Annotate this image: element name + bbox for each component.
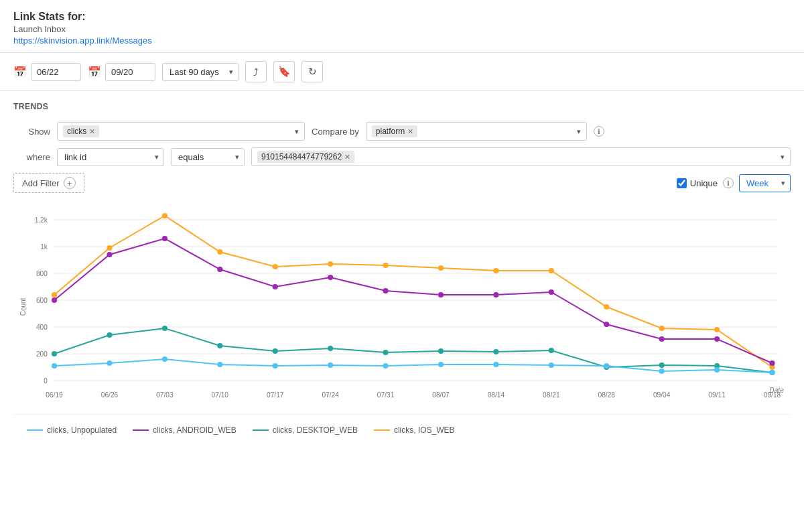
desktop-dot — [107, 332, 112, 338]
svg-text:1k: 1k — [40, 243, 48, 251]
android-dot — [217, 267, 222, 272]
calendar-icon-end: 📅 — [88, 66, 101, 78]
ios-dot — [714, 327, 720, 332]
legend-label-ios: clicks, IOS_WEB — [394, 425, 455, 435]
filter-value-close[interactable]: ✕ — [344, 153, 350, 161]
unique-checkbox-label: Unique — [677, 178, 718, 188]
desktop-dot — [438, 348, 444, 354]
share-button[interactable]: ⤴ — [245, 61, 267, 82]
share-icon: ⤴ — [253, 66, 259, 78]
trends-section: TRENDS Show clicks ✕ ▾ Compare by platfo… — [0, 91, 804, 456]
bookmark-icon: 🔖 — [278, 66, 291, 78]
ios-web-line — [54, 216, 772, 367]
chart-svg: 0 200 400 600 800 1k 1.2k Count 06/19 06… — [13, 206, 791, 407]
header-link[interactable]: https://skinvision.app.link/Messages — [13, 36, 152, 46]
where-field-select[interactable]: link id — [57, 148, 164, 166]
date-bar: 📅 📅 Last 90 days Last 7 days Last 30 day… — [0, 53, 804, 91]
show-input[interactable]: clicks ✕ ▾ — [57, 122, 305, 141]
show-label: Show — [13, 127, 50, 137]
add-filter-row: Add Filter + Unique ℹ Week Day Month — [13, 173, 791, 193]
trends-title: TRENDS — [13, 102, 791, 111]
legend-line-android — [133, 429, 149, 431]
show-dropdown-arrow[interactable]: ▾ — [295, 127, 299, 136]
filter-value-input[interactable]: 910154484474779262 ✕ ▾ — [251, 147, 791, 166]
android-dot — [162, 236, 168, 241]
desktop-web-line — [54, 328, 772, 373]
compare-by-label: Compare by — [312, 127, 359, 137]
svg-text:08/07: 08/07 — [432, 391, 450, 399]
android-dot — [714, 336, 720, 342]
android-dot — [604, 322, 609, 327]
where-field-wrap: link id — [57, 148, 164, 166]
unpopulated-dot — [217, 362, 222, 367]
svg-text:07/17: 07/17 — [267, 391, 284, 399]
legend-label-desktop: clicks, DESKTOP_WEB — [273, 425, 358, 435]
refresh-icon: ↻ — [308, 66, 317, 78]
legend-line-unpopulated — [27, 429, 43, 431]
ios-dot — [107, 245, 112, 251]
svg-text:07/24: 07/24 — [322, 391, 339, 399]
equals-select[interactable]: equals — [171, 148, 245, 166]
where-row: where link id equals 910154484474779262 … — [13, 147, 791, 166]
ios-dot — [273, 264, 278, 269]
unique-info-icon[interactable]: ℹ — [723, 178, 734, 188]
unpopulated-dot — [769, 370, 775, 375]
android-dot — [52, 297, 57, 303]
start-date-wrap: 📅 — [13, 63, 81, 81]
ios-dot — [162, 213, 168, 218]
svg-text:08/14: 08/14 — [488, 391, 505, 399]
add-filter-button[interactable]: Add Filter + — [13, 173, 84, 193]
desktop-dot — [383, 350, 389, 355]
desktop-dot — [217, 343, 222, 348]
svg-text:09/11: 09/11 — [708, 391, 726, 399]
svg-text:400: 400 — [36, 324, 48, 331]
unpopulated-dot — [52, 363, 57, 369]
android-dot — [328, 275, 333, 280]
refresh-button[interactable]: ↻ — [302, 61, 323, 82]
filter-value-tag: 910154484474779262 ✕ — [257, 151, 354, 163]
date-range-select[interactable]: Last 90 days Last 7 days Last 30 days Cu… — [162, 63, 239, 81]
unpopulated-dot — [273, 363, 278, 369]
desktop-dot — [659, 362, 665, 368]
chart-container: 0 200 400 600 800 1k 1.2k Count 06/19 06… — [13, 206, 791, 407]
svg-text:800: 800 — [36, 270, 48, 277]
ios-dot — [604, 304, 609, 310]
unpopulated-dot — [714, 367, 720, 373]
chart-legend: clicks, Unpopulated clicks, ANDROID_WEB … — [13, 414, 791, 446]
unique-checkbox[interactable] — [677, 178, 687, 188]
unique-label: Unique — [690, 178, 718, 188]
legend-item-desktop: clicks, DESKTOP_WEB — [253, 425, 358, 435]
legend-item-unpopulated: clicks, Unpopulated — [27, 425, 117, 435]
start-date-input[interactable] — [31, 63, 81, 81]
svg-text:06/19: 06/19 — [46, 391, 63, 399]
equals-wrap: equals — [171, 148, 245, 166]
end-date-wrap: 📅 — [88, 63, 155, 81]
desktop-dot — [549, 348, 554, 353]
android-dot — [769, 360, 775, 366]
filter-value-arrow[interactable]: ▾ — [781, 153, 785, 161]
compare-input[interactable]: platform ✕ ▾ — [366, 122, 587, 141]
android-dot — [107, 252, 112, 257]
svg-text:07/03: 07/03 — [156, 391, 174, 399]
ios-dot — [493, 268, 498, 273]
unpopulated-dot — [438, 362, 444, 367]
compare-dropdown-arrow[interactable]: ▾ — [577, 127, 581, 136]
svg-text:09/04: 09/04 — [653, 391, 671, 399]
svg-text:07/10: 07/10 — [212, 391, 229, 399]
ios-dot — [328, 261, 333, 267]
svg-text:0: 0 — [44, 377, 48, 385]
svg-text:200: 200 — [36, 350, 48, 358]
right-controls: Unique ℹ Week Day Month — [677, 174, 791, 192]
desktop-dot — [52, 351, 57, 356]
compare-tag-close[interactable]: ✕ — [407, 127, 413, 136]
android-dot — [493, 292, 498, 297]
android-web-line — [54, 239, 772, 363]
ios-dot — [52, 292, 57, 297]
header: Link Stats for: Launch Inbox https://ski… — [0, 0, 804, 53]
svg-text:Date: Date — [769, 387, 784, 394]
end-date-input[interactable] — [105, 63, 155, 81]
bookmark-button[interactable]: 🔖 — [273, 61, 295, 82]
show-tag-close[interactable]: ✕ — [89, 127, 95, 136]
week-select[interactable]: Week Day Month — [739, 174, 791, 192]
compare-info-icon[interactable]: ℹ — [594, 126, 604, 137]
